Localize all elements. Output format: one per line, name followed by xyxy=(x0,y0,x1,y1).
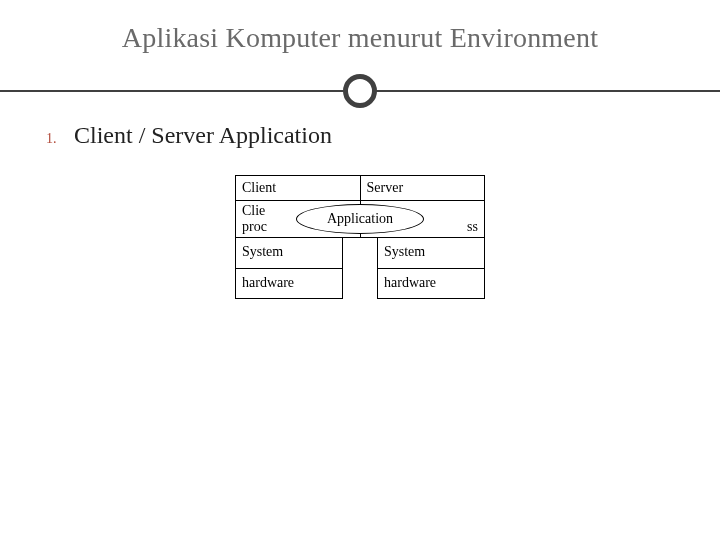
diagram-client-system: System xyxy=(236,238,342,268)
diagram-client-text-1: Clie xyxy=(242,203,265,218)
list-number: 1. xyxy=(46,131,60,147)
application-bubble: Application xyxy=(296,204,424,234)
diagram-header-server: Server xyxy=(361,176,485,200)
diagram-server-stack: System hardware xyxy=(377,238,485,299)
diagram-header-row: Client Server xyxy=(235,175,485,200)
diagram-lower-row: System hardware System hardware xyxy=(235,238,485,299)
list-text: Client / Server Application xyxy=(74,122,332,149)
divider-circle-icon xyxy=(343,74,377,108)
diagram-app-row: Clie proc ss Application xyxy=(235,200,485,238)
diagram-header-client: Client xyxy=(236,176,361,200)
diagram-gap xyxy=(343,238,377,299)
client-server-diagram: Client Server Clie proc ss Application S… xyxy=(235,175,485,299)
slide-title: Aplikasi Komputer menurut Environment xyxy=(0,22,720,72)
list-item: 1. Client / Server Application xyxy=(46,122,674,149)
diagram-server-hardware: hardware xyxy=(378,268,484,298)
content-area: 1. Client / Server Application Client Se… xyxy=(0,122,720,299)
diagram-client-text-2: proc xyxy=(242,219,267,234)
slide: Aplikasi Komputer menurut Environment 1.… xyxy=(0,0,720,540)
diagram-server-system: System xyxy=(378,238,484,268)
diagram-client-hardware: hardware xyxy=(236,268,342,298)
diagram-client-stack: System hardware xyxy=(235,238,343,299)
title-divider xyxy=(0,72,720,112)
diagram-server-text-suffix: ss xyxy=(467,219,478,234)
